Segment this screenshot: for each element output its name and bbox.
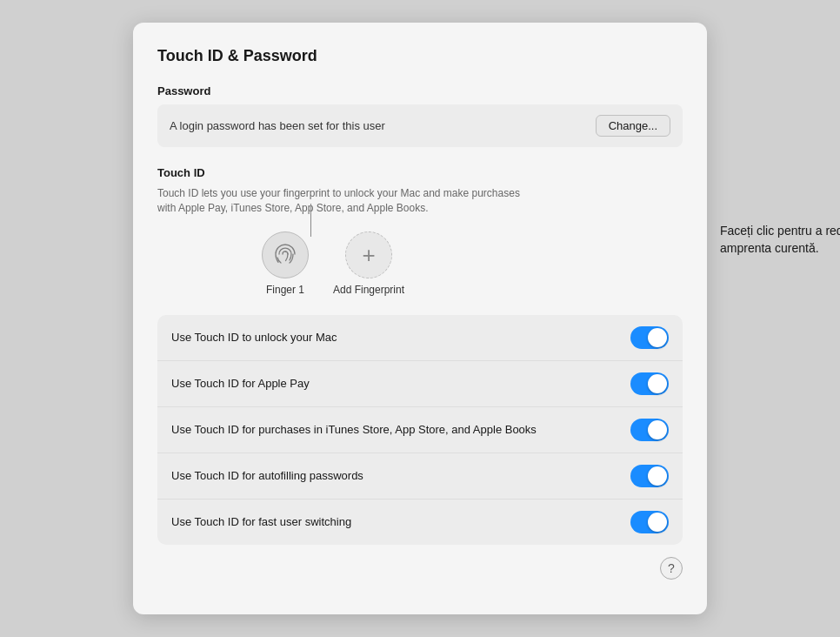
toggle-row-unlock-mac: Use Touch ID to unlock your Mac xyxy=(157,315,683,361)
toggle-switch-fast-switch[interactable] xyxy=(630,511,669,533)
page-title: Touch ID & Password xyxy=(157,47,683,65)
finger1-label: Finger 1 xyxy=(266,284,304,296)
toggle-row-apple-pay: Use Touch ID for Apple Pay xyxy=(157,361,683,407)
touchid-section-label: Touch ID xyxy=(157,166,683,179)
toggle-switch-autofill[interactable] xyxy=(630,465,669,487)
toggle-switch-unlock-mac[interactable] xyxy=(630,326,669,349)
touchid-description: Touch ID lets you use your fingerprint t… xyxy=(157,186,523,216)
settings-window: Touch ID & Password Password A login pas… xyxy=(133,23,707,614)
finger1-item[interactable]: Finger 1 xyxy=(262,231,309,296)
toggle-row-autofill: Use Touch ID for autofilling passwords xyxy=(157,453,683,500)
add-fingerprint-label: Add Fingerprint xyxy=(333,284,404,296)
toggle-label-fast-switch: Use Touch ID for fast user switching xyxy=(171,514,351,530)
fingerprints-row: Finger 1 + Add Fingerprint xyxy=(157,231,683,296)
password-status-text: A login password has been set for this u… xyxy=(170,119,385,132)
password-box: A login password has been set for this u… xyxy=(157,104,683,147)
toggle-label-autofill: Use Touch ID for autofilling passwords xyxy=(171,468,363,484)
plus-icon: + xyxy=(362,244,375,266)
toggle-label-unlock-mac: Use Touch ID to unlock your Mac xyxy=(171,330,337,345)
toggle-label-apple-pay: Use Touch ID for Apple Pay xyxy=(171,376,310,392)
change-password-button[interactable]: Change... xyxy=(596,115,670,137)
finger1-icon-wrap xyxy=(262,231,309,278)
toggle-switch-apple-pay[interactable] xyxy=(630,372,669,395)
help-button[interactable]: ? xyxy=(660,557,683,580)
toggle-switch-purchases[interactable] xyxy=(630,419,669,441)
touchid-section: Touch ID Touch ID lets you use your fing… xyxy=(157,166,683,296)
callout-text: Faceți clic pentru a redenumi amprenta c… xyxy=(720,223,840,257)
connector-line xyxy=(310,204,311,237)
toggle-row-purchases: Use Touch ID for purchases in iTunes Sto… xyxy=(157,407,683,453)
toggles-section: Use Touch ID to unlock your Mac Use Touc… xyxy=(157,315,683,545)
toggle-label-purchases: Use Touch ID for purchases in iTunes Sto… xyxy=(171,422,537,438)
password-section-label: Password xyxy=(157,84,683,97)
add-fingerprint-item[interactable]: + Add Fingerprint xyxy=(333,231,404,296)
toggle-row-fast-switch: Use Touch ID for fast user switching xyxy=(157,500,683,545)
fingerprint-icon xyxy=(271,241,299,269)
add-fingerprint-icon-wrap: + xyxy=(345,231,392,278)
